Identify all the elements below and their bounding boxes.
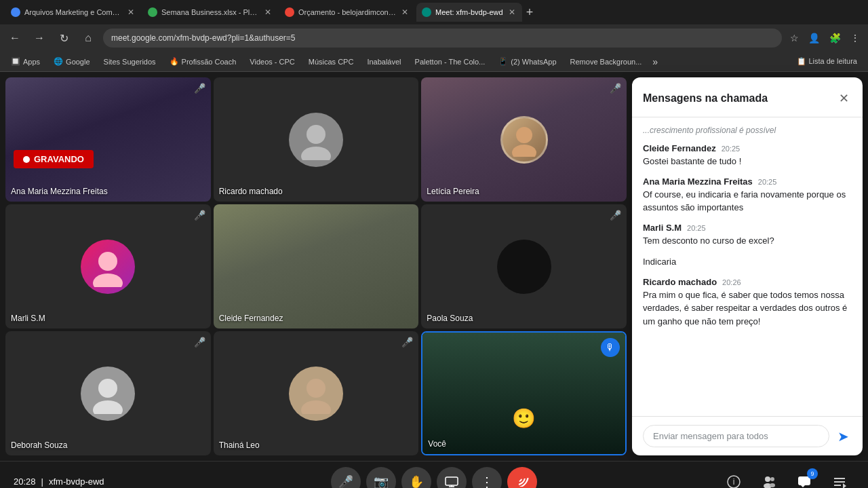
tab-1[interactable]: Arquivos Marketing e Comercial ✕ <box>5 3 141 22</box>
bookmark-reading-list[interactable]: 📋 Lista de leitura <box>791 56 863 67</box>
bottom-bar: 20:28 | xfm-bvdp-ewd 🎤 📷 ✋ ⋮ i 9 <box>0 461 868 488</box>
bookmark-sites[interactable]: Sites Sugeridos <box>98 56 161 67</box>
right-controls: i 9 <box>719 467 854 489</box>
bookmark-button[interactable]: ☆ <box>787 30 802 46</box>
main-area: GRAVANDO 🎤 Ana Maria Mezzina Freitas Ric… <box>0 72 868 461</box>
chat-close-button[interactable]: ✕ <box>836 88 852 109</box>
people-button[interactable] <box>754 467 784 489</box>
chat-input[interactable] <box>643 425 829 447</box>
browser-action-buttons: ☆ 👤 🧩 ⋮ <box>787 30 863 46</box>
more-options-button[interactable]: ⋮ <box>472 467 502 489</box>
ana-mute-icon: 🎤 <box>194 83 205 94</box>
more-button[interactable]: ⋮ <box>848 30 863 46</box>
msg-ricardo-author: Ricardo machado <box>643 277 717 287</box>
svg-rect-10 <box>446 477 458 485</box>
ana-video <box>5 77 211 202</box>
chat-badge: 9 <box>807 468 818 479</box>
address-bar[interactable] <box>103 29 782 48</box>
msg-marli-author: Marli S.M <box>643 223 682 233</box>
bookmark-whatsapp[interactable]: 📱 (2) WhatsApp <box>493 56 561 67</box>
profile-button[interactable]: 👤 <box>806 30 823 46</box>
ana-name: Ana Maria Mezzina Freitas <box>11 187 108 196</box>
svg-point-4 <box>98 252 117 271</box>
svg-point-2 <box>516 127 532 143</box>
leticia-mute-icon: 🎤 <box>610 83 621 94</box>
deborah-name: Deborah Souza <box>11 440 67 450</box>
refresh-button[interactable]: ↻ <box>54 29 73 48</box>
message-ricardo: Ricardo machado 20:26 Pra mim o que fica… <box>643 277 852 329</box>
svg-marker-23 <box>843 483 846 489</box>
svg-point-18 <box>770 483 775 487</box>
participant-deborah: 🎤 Deborah Souza <box>5 331 211 455</box>
bookmark-coach[interactable]: 🔥 Profissão Coach <box>164 56 242 67</box>
tab-3-close[interactable]: ✕ <box>400 6 410 18</box>
video-grid: 🎤 Ana Maria Mezzina Freitas Ricardo mach… <box>0 72 632 461</box>
chat-button[interactable]: 9 <box>789 467 819 489</box>
message-cleide: Cleide Fernandez 20:25 Gostei bastante d… <box>643 143 852 168</box>
participant-you: 🙂 🎙 Você <box>421 331 627 455</box>
message-indicaria: Indicaria <box>643 255 852 269</box>
new-tab-button[interactable]: + <box>524 5 536 20</box>
participant-marli: 🎤 Marli S.M <box>5 204 211 329</box>
recording-badge: GRAVANDO <box>14 150 94 168</box>
back-button[interactable]: ← <box>5 29 24 48</box>
mic-button[interactable]: 🎤 <box>331 467 361 489</box>
svg-point-3 <box>512 145 536 157</box>
msg-ana-text: Of course, eu indicaria e faria novament… <box>643 188 852 214</box>
home-button[interactable]: ⌂ <box>79 29 98 48</box>
msg-ricardo-time: 20:26 <box>722 278 741 286</box>
svg-point-7 <box>93 400 123 414</box>
svg-point-8 <box>307 379 326 398</box>
meeting-controls: 🎤 📷 ✋ ⋮ <box>331 467 537 489</box>
participant-paola: 🎤 Paola Souza <box>421 204 627 329</box>
tab-4[interactable]: Meet: xfm-bvdp-ewd ✕ <box>416 3 522 22</box>
meeting-info: 20:28 | xfm-bvdp-ewd <box>14 476 104 487</box>
svg-point-0 <box>307 125 326 144</box>
chat-input-area: ➤ <box>632 416 863 455</box>
tab-bar: Arquivos Marketing e Comercial ✕ Semana … <box>0 0 868 24</box>
tab-4-icon <box>422 7 431 17</box>
present-button[interactable] <box>437 467 467 489</box>
bookmarks-more[interactable]: » <box>650 56 660 67</box>
message-marli: Marli S.M 20:25 Tem desconto no curso de… <box>643 223 852 248</box>
svg-rect-22 <box>834 485 841 486</box>
marli-mute-icon: 🎤 <box>194 210 205 221</box>
tab-2-close[interactable]: ✕ <box>263 6 273 18</box>
svg-text:i: i <box>733 477 735 487</box>
send-button[interactable]: ➤ <box>835 426 852 447</box>
msg-cleide-time: 20:25 <box>722 145 741 153</box>
activities-button[interactable] <box>825 467 854 489</box>
tab-4-close[interactable]: ✕ <box>507 6 517 18</box>
bookmark-google[interactable]: 🌐 Google <box>48 56 95 67</box>
tab-2[interactable]: Semana Business.xlsx - Planilhas ✕ <box>142 3 278 22</box>
paola-name: Paola Souza <box>427 314 473 323</box>
bookmark-musicas[interactable]: Músicas CPC <box>303 56 359 67</box>
bookmark-paletton[interactable]: Paletton - The Colo... <box>410 56 491 67</box>
forward-button[interactable]: → <box>30 29 49 48</box>
end-call-button[interactable] <box>507 467 537 489</box>
bookmark-videos[interactable]: Videos - CPC <box>244 56 300 67</box>
svg-point-1 <box>301 147 331 160</box>
info-button[interactable]: i <box>719 467 749 489</box>
tab-3[interactable]: Orçamento - belojardimcondom... ✕ <box>279 3 415 22</box>
bookmark-inab[interactable]: Inabalável <box>361 56 406 67</box>
meeting-code: xfm-bvdp-ewd <box>49 476 104 487</box>
msg-cleide-text: Gostei bastante de tudo ! <box>643 155 852 168</box>
you-speaker-icon: 🎙 <box>601 338 620 357</box>
svg-point-6 <box>98 379 117 398</box>
msg-cleide-header: Cleide Fernandez 20:25 <box>643 143 852 153</box>
recording-dot <box>23 156 30 163</box>
bookmark-apps[interactable]: 🔲 Apps <box>5 56 45 67</box>
svg-rect-20 <box>834 478 845 479</box>
camera-button[interactable]: 📷 <box>366 467 396 489</box>
tab-4-title: Meet: xfm-bvdp-ewd <box>435 8 503 16</box>
tab-2-title: Semana Business.xlsx - Planilhas <box>161 8 259 16</box>
ricardo-name: Ricardo machado <box>219 187 283 196</box>
marli-name: Marli S.M <box>11 314 45 323</box>
raise-hand-button[interactable]: ✋ <box>401 467 431 489</box>
svg-point-15 <box>765 476 770 482</box>
browser-nav: ← → ↻ ⌂ ☆ 👤 🧩 ⋮ <box>0 24 868 52</box>
bookmark-remove-bg[interactable]: Remove Backgroun... <box>565 56 648 67</box>
extensions-button[interactable]: 🧩 <box>827 30 844 46</box>
tab-1-close[interactable]: ✕ <box>126 6 136 18</box>
